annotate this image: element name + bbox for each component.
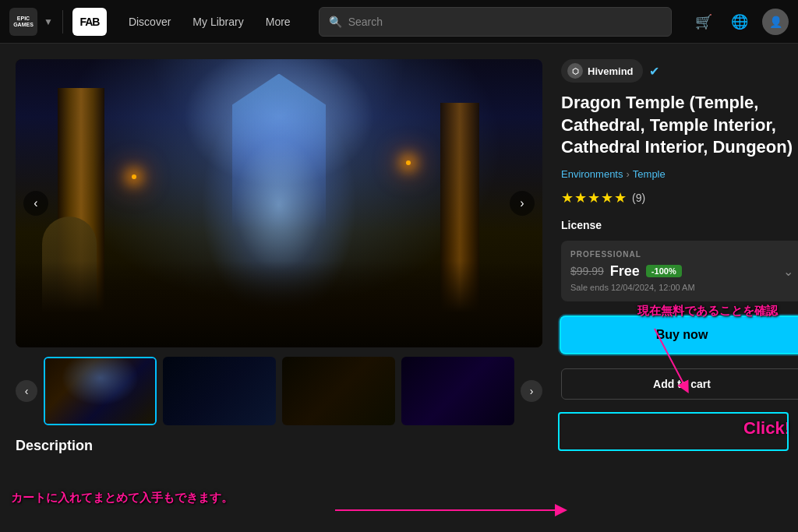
description-title: Description [16,438,542,454]
license-dropdown-arrow[interactable]: ⌄ [783,264,793,279]
epic-games-logo[interactable]: EPIC GAMES [9,8,37,36]
image-prev-button[interactable]: ‹ [23,191,48,216]
buy-now-button[interactable]: Buy now [561,317,798,353]
verified-icon: ✔ [649,64,659,79]
thumbnail-item-1[interactable] [44,357,157,425]
breadcrumb-separator: › [626,168,629,180]
globe-icon: 🌐 [731,13,748,30]
thumbnail-row: ‹ › [16,357,542,425]
license-card: PROFESSIONAL $99.99 Free -100% ⌄ Sale en… [561,241,798,301]
thumbnail-item-2[interactable] [163,357,276,425]
thumb-next-button[interactable]: › [521,380,542,402]
nav-more[interactable]: More [256,11,300,33]
rating-stars: ★★★★★ [561,189,627,206]
left-panel: ‹ › ‹ › [16,59,542,532]
discount-badge: -100% [646,265,682,277]
nav-icons: 🛒 🌐 👤 [690,9,789,35]
thumbnail-item-3[interactable] [282,357,395,425]
rating-count: (9) [632,192,645,204]
product-title: Dragon Temple (Temple, Cathedral, Temple… [561,92,798,159]
breadcrumb-environments[interactable]: Environments [561,168,623,180]
language-button[interactable]: 🌐 [726,9,753,35]
current-price: Free [610,263,640,280]
seller-row: ⬡ Hivemind ✔ [561,59,798,83]
search-icon: 🔍 [329,16,342,28]
rating-row: ★★★★★ (9) [561,189,798,206]
add-to-cart-button[interactable]: Add to cart [561,368,798,400]
cart-button[interactable]: 🛒 [690,9,717,35]
thumbnail-item-4[interactable] [401,357,514,425]
seller-name: Hivemind [588,65,634,77]
chevron-left-icon: ‹ [25,385,29,397]
seller-badge[interactable]: ⬡ Hivemind [561,59,643,83]
right-panel: ⬡ Hivemind ✔ Dragon Temple (Temple, Cath… [561,59,798,532]
avatar-icon: 👤 [769,16,782,28]
fab-logo[interactable]: FAB [72,8,107,36]
breadcrumb: Environments › Temple [561,168,798,180]
nav-divider [62,10,63,33]
chevron-down-icon[interactable]: ▼ [44,16,53,27]
main-product-image: ‹ › [16,59,542,347]
search-bar[interactable]: 🔍 Search [319,7,672,37]
original-price: $99.99 [570,265,604,277]
user-avatar[interactable]: 👤 [762,9,789,35]
sale-end-text: Sale ends 12/04/2024, 12:00 AM [570,283,793,292]
navbar: EPIC GAMES ▼ FAB Discover My Library Mor… [0,0,798,44]
license-type: PROFESSIONAL [570,250,793,259]
nav-links: Discover My Library More [119,11,300,33]
chevron-right-icon: › [530,385,534,397]
nav-my-library[interactable]: My Library [183,11,252,33]
seller-icon: ⬡ [567,63,583,79]
thumbnail-list [44,357,514,425]
thumb-prev-button[interactable]: ‹ [16,380,37,402]
main-content: ‹ › ‹ › [0,44,798,532]
image-next-button[interactable]: › [510,191,535,216]
nav-discover[interactable]: Discover [119,11,180,33]
cart-icon: 🛒 [695,13,712,30]
price-row: $99.99 Free -100% ⌄ [570,263,793,280]
license-label: License [561,219,798,231]
breadcrumb-temple[interactable]: Temple [633,168,666,180]
